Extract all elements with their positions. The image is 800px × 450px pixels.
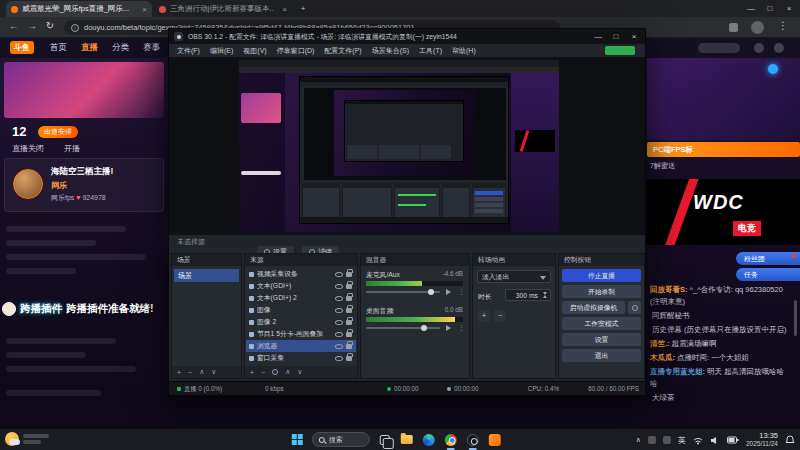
source-row[interactable]: 浏览器 [246,340,356,352]
weather-widget[interactable] [5,432,49,446]
fan-club-pill[interactable]: 粉丝团 [736,252,800,265]
slider-knob[interactable] [421,325,427,331]
visibility-eye-icon[interactable] [335,308,343,313]
forward-icon[interactable]: → [24,20,40,31]
obs-menu-item[interactable]: 编辑(E) [210,46,233,56]
live-off-tab[interactable]: 直播关闭 [12,143,44,154]
lock-icon[interactable] [346,344,352,349]
chat-username[interactable]: 木瓜瓜: [650,353,675,362]
volume-icon[interactable] [710,436,720,445]
douyu-nav-link[interactable]: 直播 [81,42,98,54]
scene-item[interactable]: 场景 [174,269,239,282]
window-close-icon[interactable]: × [780,0,798,17]
start-recording-button[interactable]: 开始录制 [562,285,641,298]
settings-button[interactable]: 设置 [562,333,641,346]
speaker-icon[interactable] [446,289,454,295]
chat-list[interactable]: 回放哥看S:^_^合作专访: qq 962380520 (注明来意) 同辉醒秘书… [650,284,790,426]
promo-banner[interactable]: PC端FPS标 [647,142,800,157]
scenes-dock-title[interactable]: 场景 [172,254,241,266]
obs-menu-item[interactable]: 停靠窗口(D) [277,46,315,56]
visibility-eye-icon[interactable] [335,272,343,277]
obs-window[interactable]: OBS 30.1.2 - 配置文件: 泽临演讲直播模式 - 场景: 泽临演讲直播… [168,28,646,396]
obs-preview-canvas[interactable] [239,60,559,232]
speaker-icon[interactable] [446,325,454,331]
browser-profile-avatar[interactable] [751,21,764,34]
start-button[interactable] [290,433,304,447]
taskbar-search[interactable]: 搜索 [312,432,370,447]
browser-tab-2[interactable]: 三角洲行动|伊比斯新赛事版本... × [154,1,292,17]
obs-close-icon[interactable]: × [625,29,643,44]
obs-maximize-icon[interactable]: □ [607,29,625,44]
obs-menu-item[interactable]: 工具(T) [419,46,442,56]
task-pill[interactable]: 任务 [736,268,800,281]
visibility-eye-icon[interactable] [335,356,343,361]
duration-spinner[interactable]: 300 ms [505,289,551,301]
edge-button[interactable] [422,433,436,447]
tab-close-icon[interactable]: × [278,5,287,14]
remove-source-icon[interactable]: − [261,369,265,376]
tray-app-icon[interactable] [663,436,671,444]
floating-widget[interactable] [768,64,778,74]
channel-options-icon[interactable]: ⋮ [458,288,465,296]
battery-icon[interactable] [727,436,739,444]
obs-title-bar[interactable]: OBS 30.1.2 - 配置文件: 泽临演讲直播模式 - 场景: 泽临演讲直播… [169,29,645,44]
add-scene-icon[interactable]: + [177,369,181,376]
file-explorer-button[interactable] [400,433,414,447]
chat-username[interactable]: 清竺.: [650,339,670,348]
source-up-icon[interactable]: ∧ [285,368,290,376]
visibility-eye-icon[interactable] [335,284,343,289]
transition-select[interactable]: 淡入淡出 [477,270,551,283]
source-row[interactable]: 文本(GDI+) [246,280,356,292]
stop-streaming-button[interactable]: 停止直播 [562,269,641,282]
channel-options-icon[interactable]: ⋮ [458,324,465,332]
task-view-button[interactable] [378,433,392,447]
new-tab-icon[interactable]: + [296,0,310,17]
obs-menu-item[interactable]: 文件(F) [177,46,200,56]
source-down-icon[interactable]: ∨ [297,368,302,376]
obs-menu-item[interactable]: 场景集合(S) [372,46,409,56]
wifi-icon[interactable] [693,436,703,445]
douyu-app-button[interactable] [488,433,502,447]
slider-track[interactable] [366,291,440,293]
scene-up-icon[interactable]: ∧ [199,368,204,376]
lock-icon[interactable] [346,296,352,301]
douyu-nav-link[interactable]: 首页 [50,42,67,54]
lock-icon[interactable] [346,272,352,277]
source-row[interactable]: 文本(GDI+) 2 [246,292,356,304]
exit-button[interactable]: 退出 [562,349,641,362]
streamer-card[interactable]: 海陆空三栖主播! 网乐 网乐fps ♥ 924978 [4,158,164,212]
lock-icon[interactable] [346,356,352,361]
extensions-icon[interactable] [729,23,738,32]
streamer-avatar[interactable] [13,169,43,199]
douyu-logo[interactable]: 斗鱼 [10,41,34,54]
obs-taskbar-button[interactable] [466,433,480,447]
remove-transition-icon[interactable]: − [494,310,506,322]
browser-menu-icon[interactable]: ⋮ [778,20,788,31]
tab-close-icon[interactable]: × [138,5,147,14]
chrome-button[interactable] [444,433,458,447]
studio-mode-button[interactable]: 工作室模式 [562,317,641,330]
transitions-dock-title[interactable]: 转场动画 [473,254,555,266]
volume-slider[interactable]: ⋮ [366,324,465,332]
visibility-eye-icon[interactable] [335,332,343,337]
slider-track[interactable] [366,327,440,329]
taskbar-clock[interactable]: 13:35 2025/11/24 [746,432,778,448]
mixer-dock-title[interactable]: 混音器 [361,254,469,266]
obs-menu-item[interactable]: 帮助(H) [452,46,476,56]
source-row[interactable]: 图像 2 [246,316,356,328]
site-info-icon[interactable]: i [71,24,79,32]
add-transition-icon[interactable]: + [478,310,490,322]
chat-scrollbar[interactable] [794,300,797,336]
lock-icon[interactable] [346,308,352,313]
remove-scene-icon[interactable]: − [188,369,192,376]
scene-down-icon[interactable]: ∨ [211,368,216,376]
visibility-eye-icon[interactable] [335,344,343,349]
virtual-camera-button[interactable]: 启动虚拟摄像机 [562,301,625,314]
virtual-camera-settings-button[interactable] [628,301,641,314]
source-row[interactable]: 视频采集设备 [246,268,356,280]
obs-menu-item[interactable]: 配置文件(P) [324,46,361,56]
tray-overflow-icon[interactable]: ∧ [636,436,641,444]
chat-username[interactable]: 直播专用蓝光姐: [650,367,705,376]
room-badge[interactable]: 出道安排 [38,126,78,138]
source-row[interactable]: 图像 [246,304,356,316]
